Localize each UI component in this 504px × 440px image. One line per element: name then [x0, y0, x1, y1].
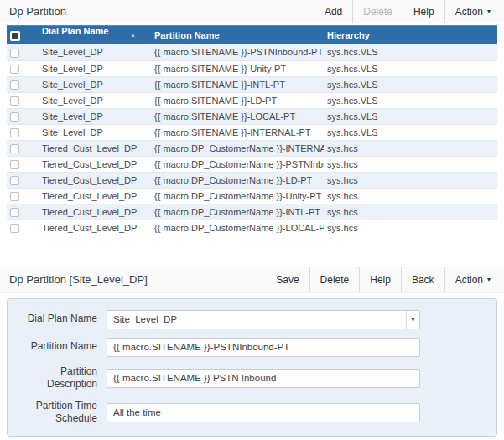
hierarchy-cell: sys.hcs	[324, 156, 497, 172]
row-checkbox[interactable]	[10, 128, 19, 137]
row-checkbox[interactable]	[10, 208, 19, 217]
row-checkbox-cell	[7, 220, 37, 236]
hierarchy-cell: sys.hcs.VLS	[324, 76, 497, 92]
table-row[interactable]: Tiered_Cust_Level_DP{{ macro.DP_Customer…	[7, 204, 497, 220]
partition-name-cell: {{ macro.SITENAME }}-PSTNInbound-PT	[151, 44, 324, 60]
dial-plan-name-cell: Site_Level_DP	[37, 108, 151, 124]
dial-plan-name-cell: Site_Level_DP	[37, 92, 151, 108]
delete-button[interactable]: Delete	[352, 0, 403, 23]
action-menu-button[interactable]: Action▾	[444, 267, 501, 292]
chevron-down-icon: ▾	[487, 277, 491, 283]
partition-name-cell: {{ macro.SITENAME }}-LD-PT	[151, 92, 324, 108]
table-header-row: Dial Plan Name ▲ Partition Name Hierarch…	[7, 26, 497, 45]
row-checkbox[interactable]	[10, 65, 19, 74]
list-section-title: Dp Partition	[9, 5, 66, 18]
partition-description-label: Partition Description	[8, 365, 97, 391]
column-header-hierarchy[interactable]: Hierarchy	[324, 26, 497, 45]
row-checkbox-cell	[7, 108, 37, 124]
partition-name-cell: {{ macro.DP_CustomerName }}-Unity-PT	[151, 188, 324, 204]
dial-plan-name-cell: Tiered_Cust_Level_DP	[37, 156, 151, 172]
field-row-dial-plan-name: Dial Plan Name Site_Level_DP ▾	[8, 310, 496, 329]
hierarchy-cell: sys.hcs.VLS	[324, 92, 497, 108]
dial-plan-name-cell: Site_Level_DP	[37, 76, 151, 92]
partition-name-cell: {{ macro.SITENAME }}-INTL-PT	[151, 76, 324, 92]
table-row[interactable]: Tiered_Cust_Level_DP{{ macro.DP_Customer…	[7, 156, 497, 172]
table-row[interactable]: Site_Level_DP{{ macro.SITENAME }}-LD-PTs…	[7, 92, 497, 108]
row-checkbox-cell	[7, 172, 37, 188]
dial-plan-name-cell: Tiered_Cust_Level_DP	[37, 204, 151, 220]
chevron-down-icon: ▾	[487, 8, 491, 15]
column-header-partition-name[interactable]: Partition Name	[151, 26, 324, 45]
select-all-checkbox[interactable]	[10, 31, 20, 41]
dial-plan-name-select-value: Site_Level_DP	[107, 314, 406, 324]
table-row[interactable]: Site_Level_DP{{ macro.SITENAME }}-INTL-P…	[7, 76, 497, 92]
row-checkbox[interactable]	[10, 224, 19, 233]
table-row[interactable]: Tiered_Cust_Level_DP{{ macro.DP_Customer…	[7, 188, 497, 204]
row-checkbox[interactable]	[10, 96, 19, 106]
table-row[interactable]: Tiered_Cust_Level_DP{{ macro.DP_Customer…	[7, 172, 497, 188]
hierarchy-cell: sys.hcs	[324, 188, 497, 204]
table-row[interactable]: Tiered_Cust_Level_DP{{ macro.DP_Customer…	[7, 220, 497, 236]
action-menu-button-label: Action	[455, 274, 483, 286]
list-toolbar-actions: AddDeleteHelpAction▾	[314, 0, 501, 23]
partition-name-cell: {{ macro.SITENAME }}-Unity-PT	[151, 60, 324, 76]
dial-plan-name-cell: Tiered_Cust_Level_DP	[37, 140, 151, 156]
table-row[interactable]: Site_Level_DP{{ macro.SITENAME }}-PSTNIn…	[7, 44, 497, 60]
partition-name-label: Partition Name	[8, 340, 97, 354]
row-checkbox[interactable]	[10, 192, 19, 201]
list-toolbar: Dp Partition AddDeleteHelpAction▾	[0, 0, 504, 23]
detail-section-title: Dp Partition [Site_Level_DP]	[9, 273, 148, 286]
action-menu-button-label: Action	[455, 6, 483, 18]
delete-button[interactable]: Delete	[309, 267, 360, 292]
row-checkbox-cell	[7, 204, 37, 220]
partition-description-input[interactable]	[107, 369, 420, 388]
partition-name-input[interactable]	[107, 338, 420, 357]
row-checkbox[interactable]	[10, 80, 19, 90]
row-checkbox[interactable]	[10, 176, 19, 185]
partition-name-cell: {{ macro.DP_CustomerName }}-LD-PT	[151, 172, 324, 188]
help-button-label: Help	[413, 6, 434, 18]
add-button[interactable]: Add	[314, 0, 352, 23]
action-menu-button[interactable]: Action▾	[444, 0, 501, 23]
table-row[interactable]: Site_Level_DP{{ macro.SITENAME }}-LOCAL-…	[7, 108, 497, 124]
partition-time-schedule-label: Partition Time Schedule	[8, 400, 97, 426]
row-checkbox-cell	[7, 60, 37, 76]
row-checkbox-cell	[7, 44, 37, 60]
save-button[interactable]: Save	[266, 267, 309, 292]
row-checkbox-cell	[7, 92, 37, 108]
dp-partition-detail-form: Dial Plan Name Site_Level_DP ▾ Partition…	[7, 298, 497, 437]
partition-name-cell: {{ macro.DP_CustomerName }}-INTL-PT	[151, 204, 324, 220]
row-checkbox[interactable]	[10, 160, 19, 169]
dp-partition-table: Dial Plan Name ▲ Partition Name Hierarch…	[7, 25, 497, 236]
row-checkbox[interactable]	[10, 144, 19, 153]
column-header-dial-plan-name[interactable]: Dial Plan Name ▲	[37, 26, 151, 45]
row-checkbox-cell	[7, 156, 37, 172]
select-all-header-cell	[7, 26, 37, 45]
column-header-dial-plan-name-label: Dial Plan Name	[42, 26, 108, 36]
delete-button-label: Delete	[363, 6, 392, 18]
partition-time-schedule-input[interactable]	[107, 403, 420, 422]
dial-plan-name-cell: Tiered_Cust_Level_DP	[37, 188, 151, 204]
row-checkbox-cell	[7, 140, 37, 156]
help-button[interactable]: Help	[359, 267, 401, 292]
dial-plan-name-select[interactable]: Site_Level_DP ▾	[107, 310, 420, 329]
table-row[interactable]: Site_Level_DP{{ macro.SITENAME }}-INTERN…	[7, 124, 497, 140]
delete-button-label: Delete	[320, 274, 350, 286]
dial-plan-name-cell: Site_Level_DP	[37, 124, 151, 140]
row-checkbox[interactable]	[10, 49, 19, 58]
partition-name-cell: {{ macro.SITENAME }}-INTERNAL-PT	[151, 124, 324, 140]
hierarchy-cell: sys.hcs	[324, 220, 497, 236]
chevron-down-icon[interactable]: ▾	[406, 311, 419, 329]
table-row[interactable]: Tiered_Cust_Level_DP{{ macro.DP_Customer…	[7, 140, 497, 156]
row-checkbox[interactable]	[10, 112, 19, 122]
back-button[interactable]: Back	[401, 267, 444, 292]
table-row[interactable]: Site_Level_DP{{ macro.SITENAME }}-Unity-…	[7, 60, 497, 76]
detail-toolbar: Dp Partition [Site_Level_DP] SaveDeleteH…	[0, 267, 504, 293]
detail-toolbar-actions: SaveDeleteHelpBackAction▾	[266, 267, 501, 292]
column-header-partition-name-label: Partition Name	[154, 30, 220, 40]
partition-name-cell: {{ macro.DP_CustomerName }}-INTERNAL-PT	[151, 140, 324, 156]
field-row-partition-description: Partition Description	[8, 365, 496, 391]
help-button[interactable]: Help	[403, 0, 444, 23]
sort-ascending-icon[interactable]: ▲	[130, 26, 136, 44]
row-checkbox-cell	[7, 76, 37, 92]
